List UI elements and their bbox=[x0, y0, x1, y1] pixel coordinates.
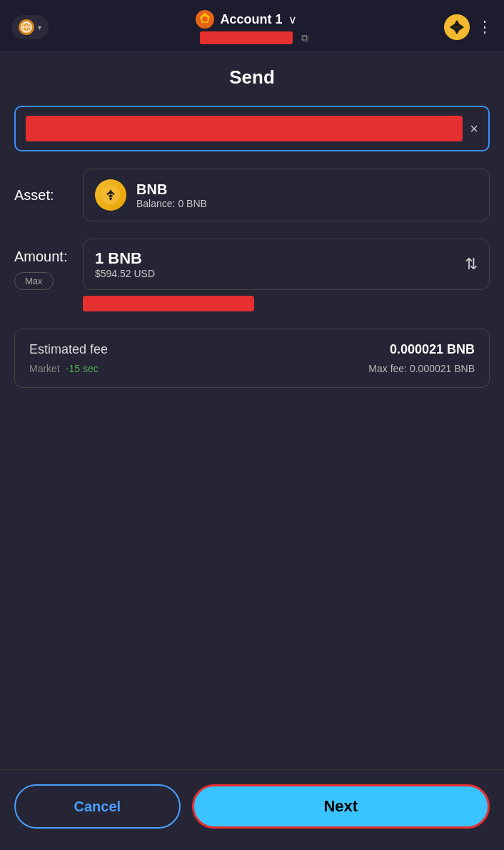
asset-balance: Balance: 0 BNB bbox=[136, 198, 207, 209]
amount-input-box[interactable]: 1 BNB $594.52 USD ⇅ bbox=[83, 239, 490, 290]
fee-box: Estimated fee 0.000021 BNB Market -15 se… bbox=[14, 329, 490, 388]
header-left: ▾ bbox=[11, 15, 49, 39]
address-input-container: × bbox=[14, 106, 490, 151]
cancel-button[interactable]: Cancel bbox=[14, 784, 181, 829]
amount-crypto: 1 BNB bbox=[95, 249, 155, 268]
spacer bbox=[14, 405, 490, 699]
header-right: ⋮ bbox=[444, 14, 493, 40]
header-center: Account 1 ∨ ⧉ bbox=[196, 10, 296, 44]
max-button[interactable]: Max bbox=[14, 272, 54, 290]
fee-market-info: Market -15 sec bbox=[29, 363, 99, 374]
amount-label: Amount: bbox=[14, 249, 71, 265]
amount-values: 1 BNB $594.52 USD bbox=[95, 249, 155, 279]
asset-row: Asset: BNB Balance bbox=[14, 169, 490, 221]
more-options-icon[interactable]: ⋮ bbox=[477, 18, 493, 36]
bnb-logo-icon bbox=[95, 179, 126, 211]
page-title: Send bbox=[14, 66, 490, 89]
fee-bottom: Market -15 sec Max fee: 0.000021 BNB bbox=[29, 363, 475, 374]
account-dropdown-icon[interactable]: ∨ bbox=[288, 13, 297, 26]
market-label: Market bbox=[29, 363, 60, 374]
fee-value: 0.000021 BNB bbox=[390, 342, 475, 357]
fee-time-label: -15 sec bbox=[66, 363, 99, 374]
svg-point-6 bbox=[202, 16, 208, 22]
copy-address-icon[interactable]: ⧉ bbox=[301, 32, 308, 44]
max-fee-value: Max fee: 0.000021 BNB bbox=[368, 363, 475, 374]
address-input[interactable] bbox=[26, 116, 463, 141]
asset-name: BNB bbox=[136, 181, 207, 198]
footer: Cancel Next bbox=[0, 769, 504, 850]
clear-address-icon[interactable]: × bbox=[470, 121, 478, 137]
asset-selector[interactable]: BNB Balance: 0 BNB bbox=[83, 169, 490, 221]
next-button[interactable]: Next bbox=[192, 784, 490, 829]
account-row: Account 1 ∨ bbox=[196, 10, 296, 29]
network-chevron-icon: ▾ bbox=[38, 24, 41, 31]
amount-error-bar bbox=[83, 296, 254, 311]
asset-info: BNB Balance: 0 BNB bbox=[136, 181, 207, 209]
amount-left: Amount: Max bbox=[14, 239, 71, 290]
address-bar bbox=[200, 31, 293, 44]
wallet-logo bbox=[196, 10, 214, 29]
swap-currency-icon[interactable]: ⇅ bbox=[465, 255, 478, 274]
main-content: Send × Asset: bbox=[0, 52, 504, 809]
account-name-label: Account 1 bbox=[220, 12, 282, 27]
binance-icon[interactable] bbox=[444, 14, 470, 40]
amount-usd: $594.52 USD bbox=[95, 268, 155, 279]
network-icon bbox=[19, 19, 34, 35]
fee-top: Estimated fee 0.000021 BNB bbox=[29, 342, 475, 357]
estimated-fee-label: Estimated fee bbox=[29, 342, 108, 357]
asset-label: Asset: bbox=[14, 187, 71, 204]
header: ▾ Account 1 ∨ ⧉ ⋮ bbox=[0, 0, 504, 52]
amount-row: Amount: Max 1 BNB $594.52 USD ⇅ bbox=[14, 239, 490, 290]
amount-section: Amount: Max 1 BNB $594.52 USD ⇅ bbox=[14, 239, 490, 311]
network-selector[interactable]: ▾ bbox=[11, 15, 49, 39]
